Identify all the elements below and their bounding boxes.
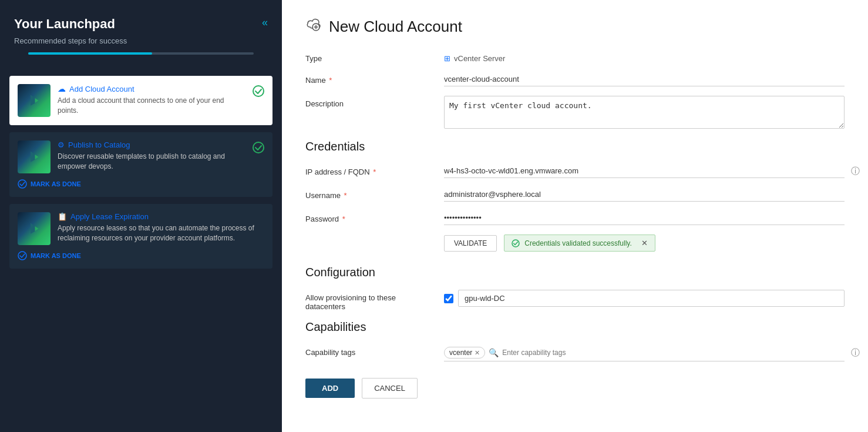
form-row-username: Username * [305,187,845,202]
page-title: New Cloud Account [329,18,462,36]
progress-bar-fill [28,52,152,55]
svg-marker-8 [31,223,35,234]
mark-done-3[interactable]: MARK AS DONE [18,251,264,260]
form-row-description: Description My first vCenter cloud accou… [305,96,845,130]
form-row-password: Password * [305,211,845,225]
datacenter-input[interactable] [458,290,845,307]
form-row-ip: IP address / FQDN * ⓘ [305,164,845,178]
cancel-button[interactable]: CANCEL [362,378,418,398]
datacenter-field-wrap [444,290,845,307]
ip-label: IP address / FQDN * [305,164,435,176]
success-badge-close[interactable]: ✕ [641,239,648,247]
svg-point-2 [253,86,264,96]
publish-catalog-desc: Discover reusable templates to publish t… [58,152,245,172]
card-publish-catalog: ⚙ Publish to Catalog Discover reusable t… [9,132,272,197]
card-thumb-3 [18,212,51,245]
add-cloud-account-link[interactable]: ☁ Add Cloud Account [58,84,245,93]
card-thumb-2 [18,140,51,173]
card-content-2: ⚙ Publish to Catalog Discover reusable t… [58,140,245,172]
name-label: Name * [305,72,435,85]
check-completed-1 [253,85,264,97]
card-thumb-1 [18,84,51,117]
form-row-datacenters: Allow provisioning to these datacenters [305,290,845,311]
capability-tags-label: Capability tags [305,344,435,357]
progress-bar-container [28,52,254,55]
datacenter-label: Allow provisioning to these datacenters [305,290,435,311]
svg-marker-1 [31,95,35,106]
success-check-icon [512,239,520,247]
card-content-1: ☁ Add Cloud Account Add a cloud account … [58,84,245,116]
type-value: ⊞ vCenter Server [444,51,505,63]
svg-point-5 [253,142,264,153]
cloud-account-icon: ☁ [58,84,66,93]
apply-lease-link[interactable]: 📋 Apply Lease Expiration [58,212,264,221]
catalog-icon: ⚙ [58,140,65,149]
ip-input[interactable] [444,164,845,178]
username-label: Username * [305,187,435,200]
form-row-type: Type ⊞ vCenter Server [305,51,845,63]
username-input[interactable] [444,187,845,202]
capability-tags-wrap: vcenter ✕ 🔍 ⓘ [444,344,845,361]
name-input[interactable] [444,72,845,86]
validate-button[interactable]: VALIDATE [444,235,497,252]
password-field-wrap [444,211,845,225]
form-actions: ADD CANCEL [305,378,845,398]
sidebar: Your Launchpad Recommended steps for suc… [0,0,282,432]
configuration-heading: Configuration [305,266,845,279]
tags-container: vcenter ✕ 🔍 ⓘ [444,344,845,361]
ip-field-wrap: ⓘ [444,164,845,178]
check-completed-2 [253,142,264,153]
description-input[interactable]: My first vCenter cloud account. [444,96,845,129]
add-cloud-account-desc: Add a cloud account that connects to one… [58,96,245,116]
svg-point-6 [18,180,26,188]
apply-lease-desc: Apply resource leases so that you can au… [58,223,264,243]
ip-info-icon: ⓘ [851,166,860,177]
main-panel: New Cloud Account Type ⊞ vCenter Server … [282,0,868,432]
sidebar-header: Your Launchpad Recommended steps for suc… [0,0,282,76]
svg-point-9 [18,252,26,260]
tag-remove-vcenter[interactable]: ✕ [475,349,480,357]
card-add-cloud-account: ☁ Add Cloud Account Add a cloud account … [9,76,272,125]
lease-icon: 📋 [58,212,67,221]
tag-chip-vcenter: vcenter ✕ [444,347,485,359]
password-label: Password * [305,211,435,223]
capability-tags-input[interactable] [502,349,845,357]
validate-row: VALIDATE Credentials validated successfu… [444,235,845,252]
credentials-heading: Credentials [305,140,845,153]
capabilities-heading: Capabilities [305,320,845,334]
page-title-icon [305,16,322,36]
password-input[interactable] [444,211,845,225]
username-field-wrap [444,187,845,202]
description-field-wrap: My first vCenter cloud account. [444,96,845,130]
add-button[interactable]: ADD [305,379,355,398]
form-row-name: Name * [305,72,845,86]
sidebar-items: ☁ Add Cloud Account Add a cloud account … [0,76,282,278]
publish-catalog-link[interactable]: ⚙ Publish to Catalog [58,140,245,149]
type-label: Type [305,51,435,63]
tags-search-icon: 🔍 [489,348,499,357]
collapse-button[interactable]: « [262,16,268,29]
description-label: Description [305,96,435,108]
svg-marker-4 [31,152,35,162]
datacenter-row [444,290,845,307]
success-message-text: Credentials validated successfully. [524,239,632,247]
sidebar-subtitle: Recommended steps for success [14,36,127,45]
card-content-3: 📋 Apply Lease Expiration Apply resource … [58,212,264,243]
page-title-row: New Cloud Account [305,16,845,36]
sidebar-title: Your Launchpad [14,16,127,32]
card-apply-lease: 📋 Apply Lease Expiration Apply resource … [9,204,272,269]
form-row-capability-tags: Capability tags vcenter ✕ 🔍 ⓘ [305,344,845,361]
datacenter-checkbox[interactable] [444,294,453,303]
mark-done-2[interactable]: MARK AS DONE [18,179,264,189]
vcenter-type-icon: ⊞ [444,54,450,63]
success-badge: Credentials validated successfully. ✕ [504,235,655,252]
name-field-wrap [444,72,845,86]
tags-info-icon: ⓘ [851,347,860,359]
